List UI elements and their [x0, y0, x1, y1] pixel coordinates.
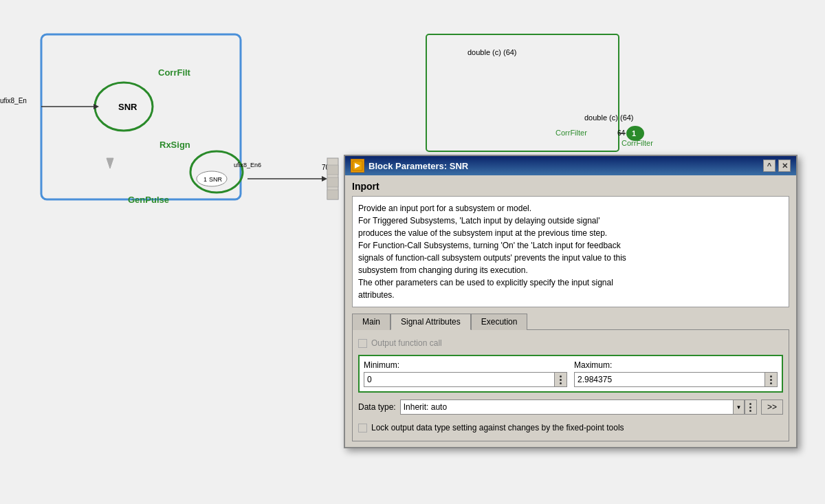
svg-marker-16	[322, 176, 327, 182]
svg-text:SNR: SNR	[118, 102, 138, 112]
dot2	[560, 379, 562, 381]
dot5	[770, 379, 772, 381]
minimize-button[interactable]: ^	[763, 160, 776, 172]
dialog-body: Inport Provide an input port for a subsy…	[345, 175, 796, 447]
corr-filt-label: CorrFilt	[158, 67, 191, 78]
output-function-call-label: Output function call	[371, 338, 442, 348]
lock-row: Lock output data type setting against ch…	[358, 420, 783, 435]
maximum-label: Maximum:	[574, 360, 778, 370]
description-text: Provide an input port for a subsystem or…	[358, 204, 626, 300]
lock-label: Lock output data type setting against ch…	[371, 423, 624, 432]
tab-execution[interactable]: Execution	[471, 314, 528, 330]
dot3	[560, 382, 562, 384]
titlebar-left: Block Parameters: SNR	[351, 159, 468, 173]
datatype-label: Data type:	[358, 402, 396, 412]
svg-text:double (c) (64): double (c) (64)	[468, 48, 517, 56]
output-function-row: Output function call	[358, 336, 783, 351]
svg-text:ufix8_En6: ufix8_En6	[234, 162, 261, 168]
dot1	[560, 375, 562, 377]
arrow-button[interactable]: >>	[761, 399, 783, 415]
maximum-dots-button[interactable]	[765, 372, 778, 387]
svg-text:double (c) (64): double (c) (64)	[584, 113, 634, 122]
minimum-input-row	[364, 372, 567, 387]
svg-text:GenPulse: GenPulse	[128, 195, 169, 205]
svg-rect-27	[327, 165, 338, 175]
datatype-row: Data type: Inherit: auto ▼ >>	[358, 397, 783, 417]
minimum-input[interactable]	[364, 372, 555, 387]
datatype-dots-button[interactable]	[745, 399, 757, 415]
svg-rect-29	[327, 190, 338, 199]
svg-marker-4	[94, 104, 99, 109]
close-button[interactable]: ✕	[778, 160, 791, 172]
titlebar-buttons: ^ ✕	[763, 160, 791, 172]
tab-signal-attributes[interactable]: Signal Attributes	[390, 314, 471, 330]
dialog-icon	[351, 159, 364, 173]
svg-text:1: 1	[632, 129, 636, 138]
output-function-call-checkbox[interactable]	[358, 339, 367, 348]
minmax-row: Minimum: Maximum:	[364, 360, 778, 387]
svg-marker-12	[107, 158, 113, 168]
tab-content: Output function call Minimum:	[352, 329, 789, 441]
maximum-field-group: Maximum:	[574, 360, 778, 387]
svg-text:1: 1	[204, 176, 207, 183]
dialog-title: Block Parameters: SNR	[368, 161, 468, 171]
svg-text:RxSign: RxSign	[160, 140, 190, 150]
tab-main[interactable]: Main	[352, 314, 390, 330]
minmax-section: Minimum: Maximum:	[358, 355, 783, 393]
datatype-value: Inherit: auto	[404, 402, 447, 412]
svg-rect-28	[327, 177, 338, 187]
svg-text:SNR: SNR	[209, 176, 223, 183]
dialog-titlebar: Block Parameters: SNR ^ ✕	[345, 156, 796, 175]
maximum-input-row	[574, 372, 778, 387]
description-box: Provide an input port for a subsystem or…	[352, 196, 789, 307]
svg-text:ufix8_En: ufix8_En	[0, 97, 27, 105]
lock-checkbox[interactable]	[358, 424, 367, 432]
minimum-field-group: Minimum:	[364, 360, 567, 387]
dot6	[770, 382, 772, 384]
svg-text:CorrFilter: CorrFilter	[622, 139, 653, 147]
svg-rect-17	[426, 34, 619, 151]
datatype-dropdown-arrow[interactable]: ▼	[734, 399, 745, 415]
block-type-label: Inport	[352, 181, 789, 192]
tabs-container: Main Signal Attributes Execution	[352, 313, 789, 329]
minimum-label: Minimum:	[364, 360, 567, 370]
datatype-select[interactable]: Inherit: auto	[400, 399, 734, 415]
dot4	[770, 375, 772, 377]
maximum-input[interactable]	[574, 372, 765, 387]
svg-text:CorrFilter: CorrFilter	[556, 129, 587, 137]
minimum-dots-button[interactable]	[555, 372, 567, 387]
block-parameters-dialog: Block Parameters: SNR ^ ✕ Inport Provide…	[344, 155, 798, 448]
